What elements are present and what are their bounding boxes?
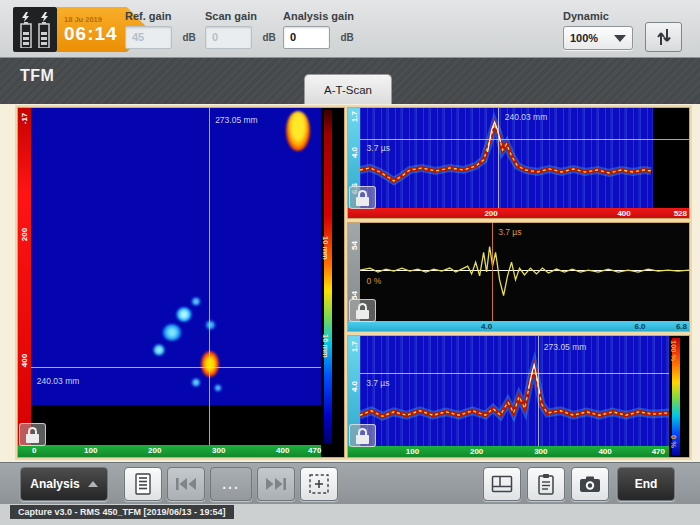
axis-tick: 470 [308, 446, 321, 455]
axis-tick: 100 [84, 446, 97, 455]
skip-first-button[interactable] [167, 467, 205, 501]
analysis-gain-field[interactable]: 0 [283, 26, 330, 49]
clipboard-button[interactable] [527, 467, 565, 501]
ref-gain-field[interactable]: 45 [125, 26, 172, 49]
chevron-up-icon [88, 481, 98, 487]
cursor-line-vertical[interactable] [498, 108, 499, 208]
split-layout-icon [491, 475, 513, 493]
swap-vertical-button[interactable] [645, 22, 682, 52]
scan-gain-field[interactable]: 0 [205, 26, 252, 49]
analysis-menu-button[interactable]: Analysis [20, 467, 108, 501]
ascan-panel: 54 54 4.0 6.0 6.8 3.7 µs 0 % [347, 222, 690, 332]
indication-blob [191, 378, 201, 387]
cursor-line-horizontal[interactable] [360, 373, 669, 374]
bscan-top-x-axis[interactable]: 200 400 528 [348, 208, 689, 218]
axis-tick: -17 [20, 107, 29, 131]
tfm-top-view-panel: -17 200 400 0 100 200 300 400 470 [17, 107, 345, 458]
colorbar-gradient [324, 110, 332, 443]
ascan-waveform [360, 223, 689, 321]
axis-tick: 4.0 [481, 322, 492, 331]
lock-icon[interactable] [349, 186, 376, 209]
tfm-top-view-image[interactable]: 273.05 mm 240.03 mm [31, 108, 321, 445]
colorbar-label: 16 mm [321, 334, 330, 358]
ellipsis-icon: ... [222, 476, 240, 492]
amplitude-colorbar: 100 % 0 % [669, 336, 689, 457]
bscan-bottom-image[interactable]: 273.05 mm 3.7 µs [360, 336, 669, 446]
screenshot-camera-button[interactable] [571, 467, 609, 501]
indication-blob [176, 307, 192, 322]
status-bar: Capture v3.0 - RMS 450_TFM [2019/06/13 -… [10, 505, 234, 519]
axis-tick: 6.8 [676, 322, 687, 331]
ref-gain-group: Ref. gain 45 dB [125, 10, 196, 49]
scan-gain-group: Scan gain 0 dB [205, 10, 276, 49]
colorbar-label: 0 % [669, 435, 678, 448]
cursor-line-vertical[interactable] [492, 223, 493, 321]
dynamic-label: Dynamic [563, 10, 633, 22]
bscan-bottom-x-axis[interactable]: 100 200 300 400 470 [348, 446, 669, 457]
axis-tick: 200 [20, 223, 29, 247]
tfm-y-axis[interactable]: -17 200 400 [18, 108, 31, 445]
swap-vertical-icon [656, 28, 672, 46]
skip-last-button[interactable] [257, 467, 295, 501]
axis-tick: 300 [212, 446, 225, 455]
indication-blob [191, 297, 201, 306]
report-list-button[interactable] [124, 467, 162, 501]
analysis-gain-unit: dB [340, 32, 353, 43]
cursor-x-readout: 3.7 µs [498, 227, 521, 237]
battery-charging-icon [38, 12, 50, 48]
split-layout-button[interactable] [483, 467, 521, 501]
tfm-x-axis[interactable]: 0 100 200 300 400 470 [18, 445, 321, 457]
lock-icon[interactable] [349, 424, 376, 447]
indication-blob [286, 111, 310, 151]
analysis-gain-group: Analysis gain 0 dB [283, 10, 354, 49]
axis-tick: 200 [148, 446, 161, 455]
axis-tick: 200 [484, 209, 497, 218]
cursor-y-readout: 3.7 µs [367, 143, 390, 153]
bscan-top-image[interactable]: 240.03 mm 3.7 µs [360, 108, 689, 208]
top-bar: 18 Ju 2019 06:14 Ref. gain 45 dB Scan ga… [0, 0, 700, 58]
indication-blob [153, 344, 165, 356]
bscan-dead-zone [653, 108, 689, 208]
capture-app-window: 18 Ju 2019 06:14 Ref. gain 45 dB Scan ga… [0, 0, 700, 525]
skip-last-icon [265, 477, 287, 491]
axis-tick: 400 [598, 447, 611, 456]
cursor-line-horizontal[interactable] [360, 139, 689, 140]
analysis-label: Analysis [30, 477, 79, 491]
cursor-x-readout: 273.05 mm [544, 342, 587, 352]
echo-band [360, 336, 669, 446]
axis-tick: 54 [350, 234, 359, 258]
list-icon [133, 473, 153, 495]
ascan-x-axis[interactable]: 4.0 6.0 6.8 [348, 321, 689, 331]
lock-icon[interactable] [349, 299, 376, 322]
dynamic-value: 100% [570, 32, 614, 44]
cursor-line-vertical[interactable] [538, 336, 539, 446]
axis-tick: 400 [617, 209, 630, 218]
region-select-icon [308, 473, 330, 495]
ref-gain-label: Ref. gain [125, 10, 196, 22]
ref-gain-unit: dB [182, 32, 195, 43]
axis-tick: 400 [20, 349, 29, 373]
cursor-x-readout: 240.03 mm [505, 112, 548, 122]
tab-a-t-scan[interactable]: A-T-Scan [304, 74, 392, 104]
axis-tick: 4.0 [350, 375, 359, 399]
end-button[interactable]: End [617, 467, 675, 501]
axis-tick: 470 [652, 447, 665, 456]
lock-icon[interactable] [19, 423, 46, 446]
more-button[interactable]: ... [210, 467, 252, 501]
colorbar-label: 10 mm [321, 236, 330, 260]
region-select-button[interactable] [300, 467, 338, 501]
skip-first-icon [175, 477, 197, 491]
status-text: Capture v3.0 - RMS 450_TFM [2019/06/13 -… [18, 507, 226, 517]
indication-blob [205, 320, 216, 330]
scan-gain-label: Scan gain [205, 10, 276, 22]
ascan-image[interactable]: 3.7 µs 0 % [360, 223, 689, 321]
dynamic-dropdown[interactable]: 100% [563, 26, 633, 50]
chevron-down-icon [614, 35, 626, 42]
axis-tick: 200 [470, 447, 483, 456]
tfm-dead-zone [31, 405, 321, 445]
bscan-top-panel: 1.7 4.0 6.6 200 400 528 240.03 mm [347, 107, 690, 219]
camera-icon [579, 475, 601, 493]
echo-band [360, 108, 689, 208]
cursor-line-vertical[interactable] [209, 108, 210, 445]
cursor-line-horizontal[interactable] [31, 367, 321, 368]
